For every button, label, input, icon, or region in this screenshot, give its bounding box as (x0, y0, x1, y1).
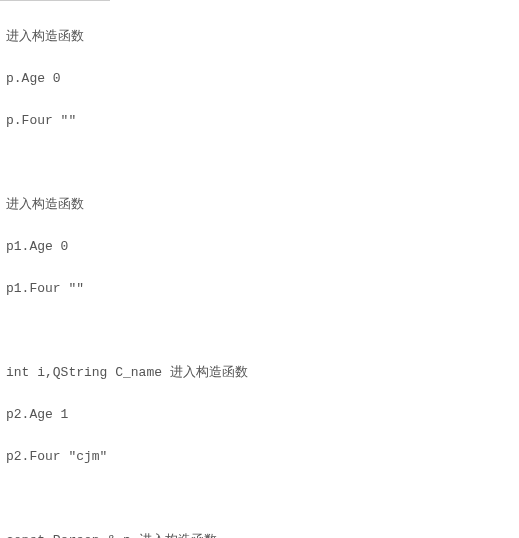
console-line: p1.Four "" (6, 278, 513, 299)
console-line: const Person & p 进入构造函数 (6, 530, 513, 538)
console-line: p.Age 0 (6, 68, 513, 89)
console-line: p.Four "" (6, 110, 513, 131)
console-line: 进入构造函数 (6, 26, 513, 47)
console-line: 进入构造函数 (6, 194, 513, 215)
console-line (6, 320, 513, 341)
console-line (6, 152, 513, 173)
console-output: 进入构造函数 p.Age 0 p.Four "" 进入构造函数 p1.Age 0… (0, 1, 519, 538)
console-line: p1.Age 0 (6, 236, 513, 257)
console-line: int i,QString C_name 进入构造函数 (6, 362, 513, 383)
console-line: p2.Four "cjm" (6, 446, 513, 467)
console-line (6, 488, 513, 509)
console-line: p2.Age 1 (6, 404, 513, 425)
